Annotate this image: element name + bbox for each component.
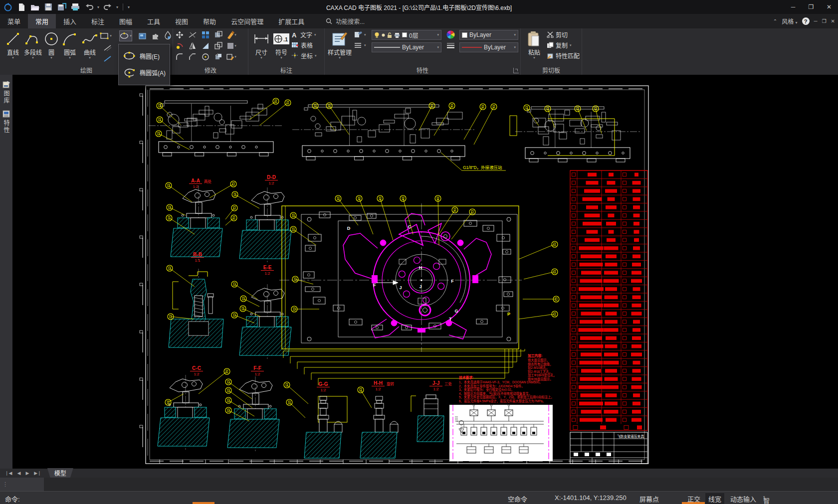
svg-text:加工内容:: 加工内容: xyxy=(527,353,542,358)
lineweight-list-button[interactable] xyxy=(446,40,455,50)
layer-select[interactable]: 0层 ▾ xyxy=(372,30,441,40)
lineweight-toggle[interactable]: 线宽 xyxy=(705,493,724,504)
style-menu-button[interactable]: 风格 ▾ xyxy=(782,17,797,25)
ribbon-tab-9[interactable]: 扩展工具 xyxy=(271,14,312,28)
first-sheet-button[interactable]: ❘◀ xyxy=(5,471,12,476)
doc-close-button[interactable]: ✕ xyxy=(831,18,835,24)
fillet-tool[interactable] xyxy=(176,53,184,61)
dimension-tool[interactable]: 尺寸▾ xyxy=(251,30,271,64)
move-tool[interactable] xyxy=(176,31,184,39)
coordinate-tool[interactable]: 坐标▾ xyxy=(291,51,317,60)
color-select[interactable]: ByLayer ▾ xyxy=(459,30,518,40)
color-wheel-button[interactable] xyxy=(446,30,455,39)
cut-button[interactable]: 剪切 xyxy=(547,30,580,39)
prev-sheet-button[interactable]: ◀ xyxy=(17,471,20,476)
chamfer-tool[interactable] xyxy=(189,53,197,61)
command-dock-grip[interactable]: ⋮ xyxy=(0,478,44,491)
pick-mode-button[interactable]: 屏幕点 xyxy=(639,494,659,504)
collapse-ribbon-icon[interactable]: ⌃ xyxy=(773,18,777,24)
ribbon-tab-3[interactable]: 标注 xyxy=(84,14,112,28)
blue-line-tool[interactable] xyxy=(102,54,114,64)
undo-caret[interactable]: ▾ xyxy=(97,5,99,9)
props-dialog-launcher[interactable] xyxy=(513,68,519,73)
print-button[interactable] xyxy=(70,2,80,12)
crop-tool[interactable]: ▾ xyxy=(226,42,236,50)
restore-button[interactable]: ❐ xyxy=(802,0,820,14)
menu-item-ellipse-arc[interactable]: 椭圆弧(A) xyxy=(119,67,170,79)
arc-icon xyxy=(61,30,78,48)
paste-button[interactable]: 粘贴▾ xyxy=(524,30,545,64)
ribbon-tab-5[interactable]: 工具 xyxy=(140,14,168,28)
circle-tool[interactable]: 圆▾ xyxy=(43,30,60,64)
dock-tab-library[interactable]: 图库 xyxy=(0,81,12,104)
block-tool[interactable] xyxy=(137,31,149,41)
edit-block-tool[interactable]: ▾ xyxy=(226,53,236,61)
hatch-fill-tool[interactable] xyxy=(162,30,174,40)
symbol-tool[interactable]: .1 符号▾ xyxy=(271,30,291,64)
status-idle: 空命令 xyxy=(508,494,527,504)
undo-button[interactable] xyxy=(84,2,94,12)
ribbon-tab-0[interactable]: 菜单 xyxy=(0,14,28,28)
properties-brush-button[interactable]: ▾ xyxy=(354,30,369,39)
smart-snap-toggle[interactable]: 智能 ▾ xyxy=(760,493,766,495)
style-manager-button[interactable]: 样式管理▾ xyxy=(328,30,352,64)
erase-tool[interactable]: ▾ xyxy=(226,31,236,39)
linetype-list-button[interactable]: ▾ xyxy=(354,40,369,50)
ribbon-group-dim: 尺寸▾ .1 符号▾ A 文字▾ 表格 坐标▾ xyxy=(248,28,325,75)
dynamic-input-toggle[interactable]: 动态输入 xyxy=(727,493,759,504)
last-sheet-button[interactable]: ▶❘ xyxy=(34,471,41,476)
ellipse-tool[interactable]: ▾ xyxy=(120,31,132,41)
doc-minimize-button[interactable]: ─ xyxy=(814,18,818,24)
rectangle-tool[interactable]: ▾ xyxy=(100,31,112,41)
trim-tool[interactable] xyxy=(189,31,197,39)
explode-tool[interactable] xyxy=(214,53,222,61)
copy-button[interactable]: 复制▾ xyxy=(547,40,580,50)
command-prompt[interactable]: 命令: xyxy=(5,494,20,504)
svg-text:1:2: 1:2 xyxy=(194,372,200,376)
ribbon-tab-6[interactable]: 视图 xyxy=(168,14,196,28)
spacer-hidden[interactable] xyxy=(150,31,162,41)
rotate-tool[interactable] xyxy=(176,42,184,50)
save-button[interactable] xyxy=(43,2,53,12)
line-tool[interactable]: 直线▾ xyxy=(3,30,23,64)
linetype-select[interactable]: ByLayer ▾ xyxy=(372,42,441,52)
ribbon-tab-2[interactable]: 插入 xyxy=(56,14,84,28)
ribbon-tab-8[interactable]: 云空间管理 xyxy=(223,14,271,28)
spline-tool[interactable]: 曲线▾ xyxy=(80,30,100,64)
model-tab[interactable]: 模型 xyxy=(47,468,73,478)
open-file-button[interactable] xyxy=(30,2,40,12)
close-button[interactable]: ✕ xyxy=(820,0,838,14)
text-tool[interactable]: A 文字▾ xyxy=(291,30,317,39)
doc-restore-button[interactable]: ❐ xyxy=(822,18,827,24)
menu-item-ellipse[interactable]: 椭圆(E) xyxy=(119,50,170,61)
lineweight-select[interactable]: ByLayer ▾ xyxy=(459,42,518,52)
new-file-button[interactable] xyxy=(16,2,26,12)
copy-array-tool[interactable] xyxy=(214,42,222,50)
minimize-button[interactable]: ─ xyxy=(784,0,802,14)
next-sheet-button[interactable]: ▶ xyxy=(25,471,29,476)
hatch-line-tool[interactable] xyxy=(102,43,114,53)
drawing-canvas[interactable]: G1/8"D，外接液压站飞防支架液压夹具加工内容:铣大面见图示，倒去所有已倒角，… xyxy=(12,75,838,469)
save-all-button[interactable] xyxy=(57,2,67,12)
array-tool[interactable] xyxy=(202,31,210,39)
ribbon-tab-1[interactable]: 常用 xyxy=(28,14,56,28)
redo-caret[interactable]: ▾ xyxy=(116,5,118,9)
stretch-icon xyxy=(214,31,222,39)
arc-tool[interactable]: 圆弧▾ xyxy=(60,30,80,64)
polyline-tool[interactable]: 多段线▾ xyxy=(23,30,43,64)
stretch-tool[interactable] xyxy=(214,31,222,39)
match-properties-button[interactable]: 特性匹配 xyxy=(547,51,580,60)
revolve-tool[interactable] xyxy=(202,53,210,61)
customize-qat-button[interactable]: ▾ xyxy=(128,5,130,9)
dock-tab-properties[interactable]: 特性 xyxy=(0,110,12,134)
table-tool[interactable]: 表格 xyxy=(291,40,317,50)
ribbon-tab-4[interactable]: 图幅 xyxy=(112,14,140,28)
help-button[interactable]: ? xyxy=(802,17,810,25)
ribbon-tab-7[interactable]: 帮助 xyxy=(196,14,223,28)
ribbon-group-props: 样式管理▾ ▾ ▾ 0层 ▾ xyxy=(325,28,521,75)
scale-tool[interactable] xyxy=(202,42,210,50)
redo-button[interactable] xyxy=(103,2,113,12)
layer-print-icon xyxy=(394,32,400,38)
mirror-tool[interactable] xyxy=(189,42,197,50)
function-search[interactable]: 功能搜索... xyxy=(326,14,365,28)
